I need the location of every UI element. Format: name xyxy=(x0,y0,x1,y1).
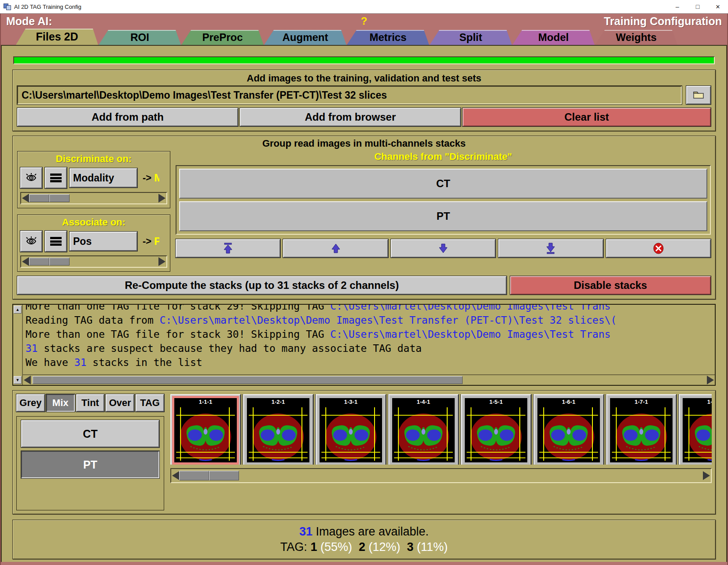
discriminate-mapped-value: M xyxy=(154,172,159,184)
move-top-icon xyxy=(222,242,234,255)
scroll-left-arrow-icon[interactable] xyxy=(24,376,31,384)
associate-label: Associate on: xyxy=(20,217,167,231)
add-from-path-button[interactable]: Add from path xyxy=(17,108,238,126)
browse-folder-button[interactable] xyxy=(686,86,711,104)
scroll-left-arrow-icon[interactable] xyxy=(172,471,179,480)
tab-split[interactable]: Split xyxy=(430,30,512,45)
tab-augment[interactable]: Augment xyxy=(264,30,346,45)
scroll-left-arrow-icon[interactable] xyxy=(22,257,29,266)
titlebar[interactable]: AI 2D TAG Training Config – □ ✕ xyxy=(0,0,728,14)
app-header: Mode AI: ? Training Configuration xyxy=(1,14,727,29)
scan-image xyxy=(247,406,309,462)
thumbnail-1-2-1[interactable]: 1-2-1 xyxy=(243,394,313,465)
app-icon xyxy=(4,4,11,10)
tab-preproc[interactable]: PreProc xyxy=(181,30,264,45)
minimize-button[interactable]: – xyxy=(667,0,688,13)
discriminate-arrow: -> xyxy=(143,172,151,184)
thumbnail-1-7-1[interactable]: 1-7-1 xyxy=(606,394,677,465)
move-up-button[interactable] xyxy=(283,239,388,258)
tab-files-2d[interactable]: Files 2D xyxy=(16,29,98,45)
display-mode-buttons: Grey Mix Tint Over TAG xyxy=(16,394,164,412)
thumbnail-scrollbar[interactable] xyxy=(170,468,712,483)
scroll-right-arrow-icon[interactable] xyxy=(158,257,165,266)
progress-bar xyxy=(13,56,715,64)
scrollbar-thumb[interactable] xyxy=(179,471,239,480)
clear-list-button[interactable]: Clear list xyxy=(463,108,711,126)
scan-image xyxy=(465,406,527,462)
scroll-up-arrow-icon[interactable]: ▲ xyxy=(14,306,22,314)
channel-ct-button[interactable]: CT xyxy=(21,420,159,447)
thumbnail-1-8-1[interactable]: 1-8-1 xyxy=(679,394,712,465)
scan-image xyxy=(537,406,600,462)
thumbnail-1-5-1[interactable]: 1-5-1 xyxy=(461,394,531,465)
thumbnail-1-1-1[interactable]: 1-1-1 xyxy=(170,394,241,465)
close-button[interactable]: ✕ xyxy=(708,0,728,13)
recompute-stacks-button[interactable]: Re-Compute the stacks (up to 31 stacks o… xyxy=(17,276,507,295)
scroll-right-arrow-icon[interactable] xyxy=(703,471,710,480)
scrollbar-thumb[interactable] xyxy=(29,258,70,266)
log-line: 31 stacks are suspect because they had t… xyxy=(26,341,715,355)
group-stacks-title: Group read images in multi-channels stac… xyxy=(17,137,711,151)
path-input[interactable]: C:\Users\martel\Desktop\Demo Images\Test… xyxy=(17,86,682,104)
mode-label: Mode AI: xyxy=(6,15,191,28)
move-to-bottom-button[interactable] xyxy=(498,239,603,258)
thumbnail-1-3-1[interactable]: 1-3-1 xyxy=(316,394,386,465)
log-vertical-scrollbar[interactable]: ▲ ▼ xyxy=(13,305,23,385)
mode-over-button[interactable]: Over xyxy=(106,394,134,412)
channels-title: Channels from "Discriminate" xyxy=(176,151,711,165)
channel-item-ct[interactable]: CT xyxy=(179,169,707,199)
delete-channel-button[interactable] xyxy=(606,239,711,258)
scrollbar-thumb[interactable] xyxy=(29,194,70,202)
viewer-section: Grey Mix Tint Over TAG CT PT 1-1-1 1-2-1 xyxy=(12,390,716,514)
discriminate-preview-button[interactable] xyxy=(20,167,42,188)
tab-weights[interactable]: Weights xyxy=(595,30,677,45)
thumbnail-1-6-1[interactable]: 1-6-1 xyxy=(533,394,604,465)
disable-stacks-button[interactable]: Disable stacks xyxy=(510,276,711,295)
discriminate-menu-button[interactable] xyxy=(45,167,67,188)
log-horizontal-scrollbar[interactable] xyxy=(23,374,715,385)
tab-model[interactable]: Model xyxy=(512,30,595,45)
channels-panel: Channels from "Discriminate" CT PT xyxy=(176,151,711,272)
discriminate-field[interactable]: Modality xyxy=(70,168,137,188)
group-stacks-section: Group read images in multi-channels stac… xyxy=(12,136,716,299)
add-from-browser-button[interactable]: Add from browser xyxy=(240,108,461,126)
mode-mix-button[interactable]: Mix xyxy=(46,394,75,412)
move-to-top-button[interactable] xyxy=(176,239,280,258)
menu-icon xyxy=(50,237,62,246)
tag-distribution-text: TAG: 1 (55%) 2 (12%) 3 (11%) xyxy=(280,540,448,554)
header-help-icon[interactable]: ? xyxy=(191,15,537,27)
scroll-right-arrow-icon[interactable] xyxy=(707,376,714,384)
associate-field[interactable]: Pos xyxy=(70,232,137,251)
log-line: More than one TAG file for stack 29! Ski… xyxy=(26,305,715,313)
mode-grey-button[interactable]: Grey xyxy=(16,394,45,412)
thumbnail-area: 1-1-1 1-2-1 1-3-1 1-4-1 1-5-1 1-6-1 1-7-… xyxy=(170,394,712,510)
path-row: C:\Users\martel\Desktop\Demo Images\Test… xyxy=(17,86,711,104)
move-down-button[interactable] xyxy=(391,239,496,258)
associate-scrollbar[interactable] xyxy=(20,255,167,268)
thumbnail-1-4-1[interactable]: 1-4-1 xyxy=(388,394,459,465)
add-images-title: Add images to the training, validation a… xyxy=(17,72,711,86)
viewer-controls: Grey Mix Tint Over TAG CT PT xyxy=(16,394,164,510)
channel-item-pt[interactable]: PT xyxy=(179,201,707,231)
scroll-left-arrow-icon[interactable] xyxy=(22,194,29,203)
scan-image xyxy=(392,406,455,462)
channel-pt-button[interactable]: PT xyxy=(21,451,159,478)
associate-menu-button[interactable] xyxy=(45,231,67,252)
mode-tint-button[interactable]: Tint xyxy=(76,394,105,412)
tab-roi[interactable]: ROI xyxy=(99,30,181,45)
scroll-down-arrow-icon[interactable]: ▼ xyxy=(14,376,22,384)
channel-order-buttons xyxy=(176,239,711,258)
thumbnail-strip: 1-1-1 1-2-1 1-3-1 1-4-1 1-5-1 1-6-1 1-7-… xyxy=(170,394,712,465)
discriminate-scrollbar[interactable] xyxy=(20,192,167,204)
tab-metrics[interactable]: Metrics xyxy=(347,30,429,45)
mode-tag-button[interactable]: TAG xyxy=(136,394,164,412)
maximize-button[interactable]: □ xyxy=(688,0,708,13)
eye-icon xyxy=(26,236,37,247)
scroll-right-arrow-icon[interactable] xyxy=(158,194,165,203)
associate-preview-button[interactable] xyxy=(20,231,42,252)
move-bottom-icon xyxy=(545,242,556,255)
scrollbar-thumb[interactable] xyxy=(33,376,463,384)
associate-arrow: -> xyxy=(143,236,151,247)
stats-section: 31 Images are available. TAG: 1 (55%) 2 … xyxy=(12,520,716,559)
scan-image xyxy=(610,406,673,462)
